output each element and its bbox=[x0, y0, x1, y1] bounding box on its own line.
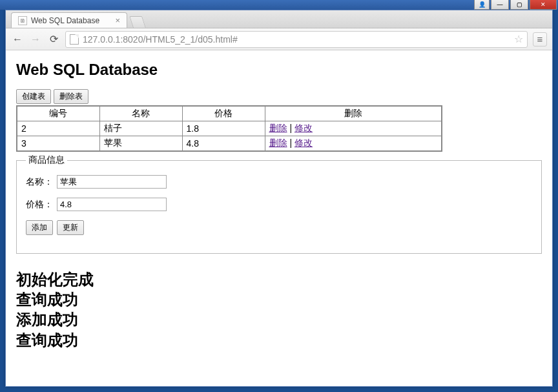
update-button[interactable]: 更新 bbox=[57, 220, 84, 235]
price-label: 价格： bbox=[26, 199, 53, 211]
status-message: 查询成功 bbox=[16, 289, 542, 309]
window-title-bar: 👤 — ▢ ✕ bbox=[0, 0, 558, 10]
tab-close-icon[interactable]: × bbox=[115, 15, 120, 25]
tab-title: Web SQL Database bbox=[31, 16, 99, 25]
form-row-price: 价格： bbox=[26, 198, 532, 211]
status-log: 初始化完成查询成功添加成功查询成功 bbox=[16, 269, 542, 350]
browser-window: 🗎 Web SQL Database × ← → ⟳ 127.0.0.1:802… bbox=[5, 10, 553, 387]
tab-strip: 🗎 Web SQL Database × bbox=[6, 10, 552, 28]
minimize-button[interactable]: — bbox=[491, 0, 509, 10]
form-legend: 商品信息 bbox=[26, 154, 67, 166]
edit-link[interactable]: 修改 bbox=[294, 123, 313, 133]
maximize-button[interactable]: ▢ bbox=[510, 0, 528, 10]
drop-table-button[interactable]: 删除表 bbox=[54, 89, 88, 104]
name-input[interactable] bbox=[57, 175, 167, 189]
cell-name: 桔子 bbox=[99, 121, 182, 136]
table-header-row: 编号 名称 价格 删除 bbox=[17, 106, 442, 121]
close-button[interactable]: ✕ bbox=[530, 0, 557, 10]
col-action: 删除 bbox=[265, 106, 442, 121]
form-buttons: 添加 更新 bbox=[26, 220, 532, 235]
status-message: 初始化完成 bbox=[16, 269, 542, 289]
cell-price: 4.8 bbox=[182, 136, 265, 152]
delete-link[interactable]: 删除 bbox=[269, 123, 287, 133]
cell-actions: 删除 | 修改 bbox=[265, 121, 442, 136]
url-input[interactable]: 127.0.0.1:8020/HTML5_2_1/d05.html# ☆ bbox=[65, 31, 528, 48]
cell-price: 1.8 bbox=[182, 121, 265, 136]
tab-favicon: 🗎 bbox=[18, 16, 27, 25]
page-icon bbox=[70, 34, 79, 45]
price-input[interactable] bbox=[57, 198, 167, 211]
edit-link[interactable]: 修改 bbox=[294, 138, 313, 148]
data-table: 编号 名称 价格 删除 2桔子1.8删除 | 修改3苹果4.8删除 | 修改 bbox=[16, 105, 442, 152]
page-title: Web SQL Database bbox=[16, 61, 542, 79]
reload-button[interactable]: ⟳ bbox=[47, 33, 60, 46]
table-row: 3苹果4.8删除 | 修改 bbox=[17, 136, 442, 152]
delete-link[interactable]: 删除 bbox=[269, 138, 287, 148]
address-bar: ← → ⟳ 127.0.0.1:8020/HTML5_2_1/d05.html#… bbox=[6, 28, 552, 50]
add-button[interactable]: 添加 bbox=[26, 220, 53, 235]
bookmark-star-icon[interactable]: ☆ bbox=[514, 33, 523, 45]
table-toolbar: 创建表 删除表 bbox=[16, 89, 542, 104]
browser-menu-button[interactable]: ≡ bbox=[533, 32, 547, 46]
col-price: 价格 bbox=[182, 106, 265, 121]
user-icon[interactable]: 👤 bbox=[474, 0, 490, 10]
status-message: 查询成功 bbox=[16, 330, 542, 350]
col-id: 编号 bbox=[17, 106, 99, 121]
form-row-name: 名称： bbox=[26, 175, 532, 189]
table-row: 2桔子1.8删除 | 修改 bbox=[17, 121, 442, 136]
cell-name: 苹果 bbox=[99, 136, 182, 152]
cell-id: 2 bbox=[17, 121, 99, 136]
col-name: 名称 bbox=[99, 106, 182, 121]
cell-id: 3 bbox=[17, 136, 99, 152]
create-table-button[interactable]: 创建表 bbox=[16, 89, 51, 104]
name-label: 名称： bbox=[26, 176, 53, 188]
status-message: 添加成功 bbox=[16, 309, 542, 329]
cell-actions: 删除 | 修改 bbox=[265, 136, 442, 152]
form-fieldset: 商品信息 名称： 价格： 添加 更新 bbox=[16, 154, 542, 254]
back-button[interactable]: ← bbox=[11, 33, 24, 46]
browser-tab[interactable]: 🗎 Web SQL Database × bbox=[11, 12, 127, 28]
url-text: 127.0.0.1:8020/HTML5_2_1/d05.html# bbox=[83, 34, 238, 45]
new-tab-button[interactable] bbox=[129, 16, 146, 28]
page-viewport: Web SQL Database 创建表 删除表 编号 名称 价格 删除 2桔子… bbox=[6, 50, 552, 386]
forward-button: → bbox=[29, 33, 42, 46]
window-controls: 👤 — ▢ ✕ bbox=[474, 0, 557, 10]
